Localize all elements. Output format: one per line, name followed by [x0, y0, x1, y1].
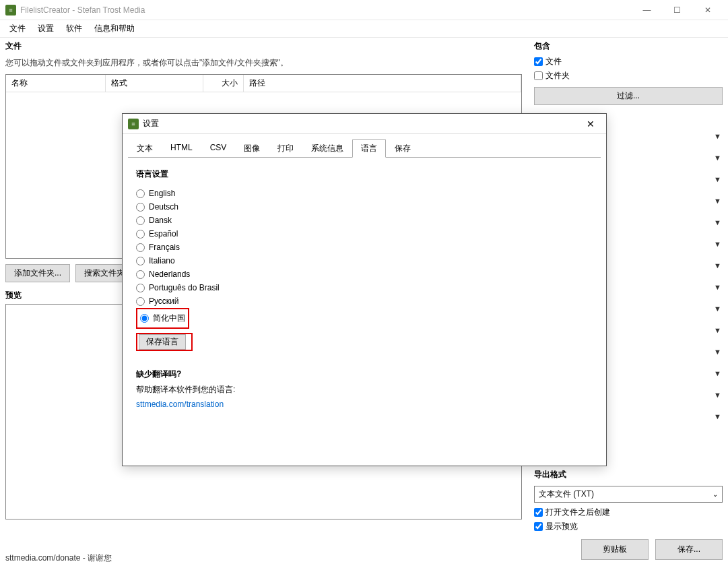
side-arrow-12[interactable]: ▼ — [709, 369, 723, 380]
col-format[interactable]: 格式 — [106, 75, 203, 92]
tab-sysinfo[interactable]: 系统信息 — [302, 139, 352, 158]
tab-html[interactable]: HTML — [162, 139, 201, 158]
footer-text: sttmedia.com/donate - 谢谢您 — [5, 553, 112, 564]
file-table-header: 名称 格式 大小 路径 — [6, 75, 521, 92]
dialog-icon: ≡ — [128, 119, 139, 129]
radio-chinese[interactable] — [140, 314, 149, 323]
col-name[interactable]: 名称 — [6, 75, 106, 92]
lang-italiano[interactable]: Italiano — [136, 254, 593, 267]
tab-image[interactable]: 图像 — [235, 139, 269, 158]
tab-print[interactable]: 打印 — [269, 139, 302, 158]
side-arrow-6[interactable]: ▼ — [709, 240, 723, 251]
lang-nederlands[interactable]: Nederlands — [136, 267, 593, 281]
side-arrow-11[interactable]: ▼ — [709, 348, 723, 358]
tab-save[interactable]: 保存 — [386, 139, 420, 158]
dialog-close-button[interactable]: ✕ — [581, 116, 601, 132]
radio-dansk[interactable] — [136, 216, 145, 225]
lang-deutsch[interactable]: Deutsch — [136, 200, 593, 214]
export-title: 导出格式 — [534, 466, 723, 483]
open-after-label: 打开文件之后创建 — [545, 507, 610, 518]
missing-translation-title: 缺少翻译吗? — [136, 369, 593, 380]
highlight-save-language: 保存语言 — [136, 333, 193, 351]
include-folders-checkbox[interactable] — [534, 71, 543, 80]
show-preview-row[interactable]: 显示预览 — [534, 519, 723, 534]
show-preview-checkbox[interactable] — [534, 522, 543, 531]
lang-russian[interactable]: Русский — [136, 294, 593, 308]
radio-russian[interactable] — [136, 297, 145, 306]
maximize-button[interactable]: ☐ — [662, 1, 692, 20]
export-format-value: 文本文件 (TXT) — [539, 488, 594, 500]
side-arrow-1[interactable]: ▼ — [709, 132, 723, 143]
add-folder-button[interactable]: 添加文件夹... — [5, 264, 70, 282]
side-arrow-8[interactable]: ▼ — [709, 283, 723, 294]
lang-english[interactable]: English — [136, 187, 593, 200]
menu-settings[interactable]: 设置 — [32, 20, 59, 37]
menu-software[interactable]: 软件 — [61, 20, 88, 37]
side-arrow-4[interactable]: ▼ — [709, 197, 723, 208]
radio-nederlands[interactable] — [136, 270, 145, 279]
open-after-row[interactable]: 打开文件之后创建 — [534, 505, 723, 519]
open-after-checkbox[interactable] — [534, 508, 543, 517]
lang-francais[interactable]: Français — [136, 241, 593, 254]
window-title: FilelistCreator - Stefan Trost Media — [20, 5, 632, 15]
side-arrow-5[interactable]: ▼ — [709, 218, 723, 229]
side-arrows: ▼ ▼ ▼ ▼ ▼ ▼ ▼ ▼ ▼ ▼ ▼ ▼ ▼ ▼ — [709, 132, 723, 423]
save-language-button[interactable]: 保存语言 — [139, 334, 186, 350]
side-arrow-2[interactable]: ▼ — [709, 154, 723, 164]
dialog-tabs: 文本 HTML CSV 图像 打印 系统信息 语言 保存 — [123, 134, 606, 158]
highlight-selected-language: 简化中国 — [136, 308, 189, 329]
radio-english[interactable] — [136, 189, 145, 198]
chevron-down-icon: ⌄ — [713, 491, 718, 498]
tab-csv[interactable]: CSV — [201, 139, 236, 158]
app-icon: ≡ — [5, 5, 16, 15]
show-preview-label: 显示预览 — [545, 521, 578, 532]
radio-espanol[interactable] — [136, 230, 145, 239]
settings-dialog: ≡ 设置 ✕ 文本 HTML CSV 图像 打印 系统信息 语言 保存 语言设置… — [122, 113, 607, 466]
radio-deutsch[interactable] — [136, 203, 145, 212]
lang-espanol[interactable]: Español — [136, 227, 593, 241]
export-format-select[interactable]: 文本文件 (TXT) ⌄ — [534, 486, 723, 503]
menubar: 文件 设置 软件 信息和帮助 — [0, 20, 728, 38]
include-files-checkbox[interactable] — [534, 57, 543, 66]
side-arrow-7[interactable]: ▼ — [709, 261, 723, 272]
dialog-title: 设置 — [143, 118, 581, 129]
include-panel: 包含 文件 文件夹 过滤... — [534, 38, 723, 109]
side-arrow-10[interactable]: ▼ — [709, 326, 723, 337]
export-panel: 导出格式 文本文件 (TXT) ⌄ 打开文件之后创建 显示预览 剪贴板 保存..… — [534, 466, 723, 560]
close-button[interactable]: ✕ — [692, 1, 723, 20]
save-button[interactable]: 保存... — [655, 539, 723, 560]
file-hint: 您可以拖动文件或文件夹到应用程序，或者你可以点击"添加文件/文件夹搜索"。 — [5, 55, 522, 74]
include-files-label: 文件 — [545, 56, 562, 67]
help-translation-text: 帮助翻译本软件到您的语言: — [136, 384, 593, 396]
lang-chinese[interactable]: 简化中国 — [140, 311, 185, 326]
menu-file[interactable]: 文件 — [4, 20, 31, 37]
lang-dansk[interactable]: Dansk — [136, 214, 593, 227]
dialog-body: 语言设置 English Deutsch Dansk Español Franç… — [128, 157, 601, 467]
minimize-button[interactable]: — — [632, 1, 662, 20]
side-arrow-9[interactable]: ▼ — [709, 305, 723, 315]
side-arrow-14[interactable]: ▼ — [709, 412, 723, 423]
radio-francais[interactable] — [136, 243, 145, 252]
include-folders-label: 文件夹 — [545, 70, 570, 82]
radio-portugues[interactable] — [136, 284, 145, 292]
radio-italiano[interactable] — [136, 257, 145, 265]
col-path[interactable]: 路径 — [244, 75, 521, 92]
language-section-title: 语言设置 — [136, 168, 593, 180]
file-panel-title: 文件 — [5, 38, 522, 55]
lang-portugues[interactable]: Português do Brasil — [136, 281, 593, 294]
col-size[interactable]: 大小 — [203, 75, 244, 92]
side-arrow-3[interactable]: ▼ — [709, 175, 723, 186]
menu-info[interactable]: 信息和帮助 — [89, 20, 140, 37]
dialog-titlebar: ≡ 设置 ✕ — [123, 114, 606, 134]
filter-button[interactable]: 过滤... — [534, 87, 723, 105]
translation-link[interactable]: sttmedia.com/translation — [136, 400, 224, 409]
include-folders-row[interactable]: 文件夹 — [534, 69, 723, 83]
include-files-row[interactable]: 文件 — [534, 55, 723, 69]
side-arrow-13[interactable]: ▼ — [709, 391, 723, 402]
include-title: 包含 — [534, 38, 723, 55]
clipboard-button[interactable]: 剪贴板 — [581, 539, 649, 560]
tab-text[interactable]: 文本 — [128, 139, 162, 158]
tab-language[interactable]: 语言 — [352, 139, 386, 158]
window-titlebar: ≡ FilelistCreator - Stefan Trost Media —… — [0, 0, 728, 20]
